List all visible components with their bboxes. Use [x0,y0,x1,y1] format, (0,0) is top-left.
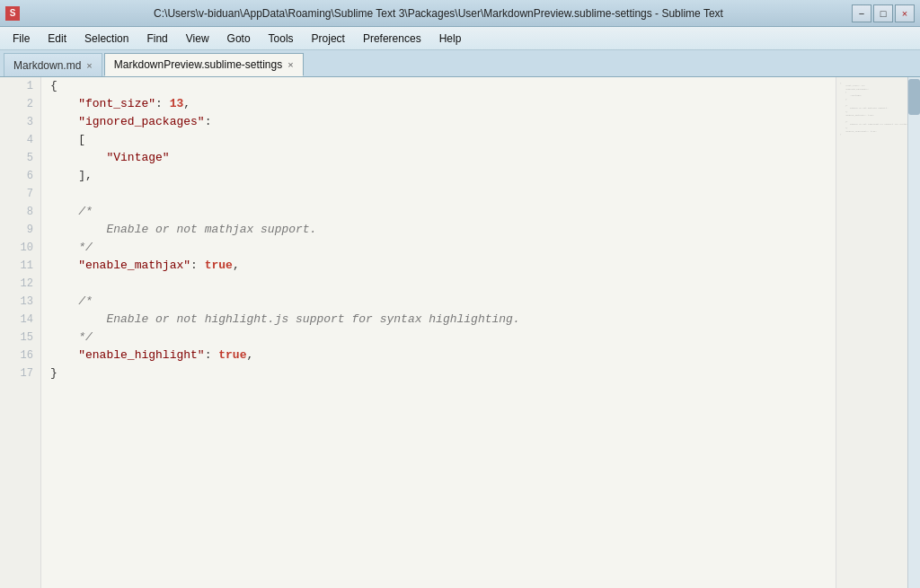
tab-markdownpreview-settings[interactable]: MarkdownPreview.sublime-settings × [104,53,304,76]
line-num-13: 13 [0,293,40,311]
vertical-scrollbar[interactable] [907,77,920,588]
line-num-11: 11 [0,257,40,275]
line-num-8: 8 [0,203,40,221]
scrollbar-thumb[interactable] [908,79,920,115]
line-num-14: 14 [0,311,40,329]
code-line-6: ], [50,167,836,185]
line-num-1: 1 [0,77,40,95]
app-icon: S [5,6,20,21]
code-line-17: } [50,364,836,382]
menu-selection[interactable]: Selection [75,27,137,49]
tabs-bar: Markdown.md × MarkdownPreview.sublime-se… [0,50,920,77]
line-num-16: 16 [0,347,40,364]
line-num-4: 4 [0,131,40,149]
line-num-17: 17 [0,364,40,382]
code-line-4: [ [50,131,836,149]
title-bar: S C:\Users\v-biduan\AppData\Roaming\Subl… [0,0,920,27]
tab-close-icon[interactable]: × [288,59,293,70]
close-button[interactable]: × [895,4,915,22]
code-line-9: Enable or not mathjax support. [50,221,836,239]
line-num-7: 7 [0,185,40,203]
line-num-6: 6 [0,167,40,185]
tab-label: Markdown.md [13,59,81,72]
code-line-3: "ignored_packages": [50,113,836,131]
code-editor[interactable]: { "font_size": 13, "ignored_packages": [… [41,77,836,588]
line-num-15: 15 [0,329,40,347]
code-line-2: "font_size": 13, [50,95,836,113]
line-num-9: 9 [0,221,40,239]
window-controls: − □ × [852,4,915,22]
code-line-16: "enable_highlight": true, [50,347,836,364]
minimap-content: { "font_size": 13, "ignored_packages": [… [840,81,907,136]
code-line-1: { [50,77,836,95]
menu-bar: File Edit Selection Find View Goto Tools… [0,27,920,50]
menu-help[interactable]: Help [430,27,471,49]
code-line-5: "Vintage" [50,149,836,167]
code-line-12 [50,275,836,293]
menu-file[interactable]: File [4,27,39,49]
code-line-10: */ [50,239,836,257]
window-title: C:\Users\v-biduan\AppData\Roaming\Sublim… [25,7,852,20]
minimap: { "font_size": 13, "ignored_packages": [… [836,77,907,588]
line-num-10: 10 [0,239,40,257]
line-num-12: 12 [0,275,40,293]
menu-find[interactable]: Find [137,27,176,49]
code-line-15: */ [50,329,836,347]
code-line-11: "enable_mathjax": true, [50,257,836,275]
menu-preferences[interactable]: Preferences [354,27,430,49]
code-line-7 [50,185,836,203]
tab-label: MarkdownPreview.sublime-settings [114,58,282,71]
restore-button[interactable]: □ [873,4,893,22]
menu-tools[interactable]: Tools [260,27,303,49]
line-num-3: 3 [0,113,40,131]
line-numbers: 1 2 3 4 5 6 7 8 9 10 11 12 13 14 15 16 1… [0,77,41,588]
tab-markdown-md[interactable]: Markdown.md × [4,53,102,76]
menu-view[interactable]: View [177,27,218,49]
code-line-8: /* [50,203,836,221]
code-line-13: /* [50,293,836,311]
tab-close-icon[interactable]: × [86,60,92,71]
line-num-2: 2 [0,95,40,113]
line-num-5: 5 [0,149,40,167]
code-line-14: Enable or not highlight.js support for s… [50,311,836,329]
menu-edit[interactable]: Edit [39,27,75,49]
minimize-button[interactable]: − [852,4,871,22]
menu-goto[interactable]: Goto [218,27,260,49]
menu-project[interactable]: Project [303,27,354,49]
editor-container: 1 2 3 4 5 6 7 8 9 10 11 12 13 14 15 16 1… [0,77,920,588]
